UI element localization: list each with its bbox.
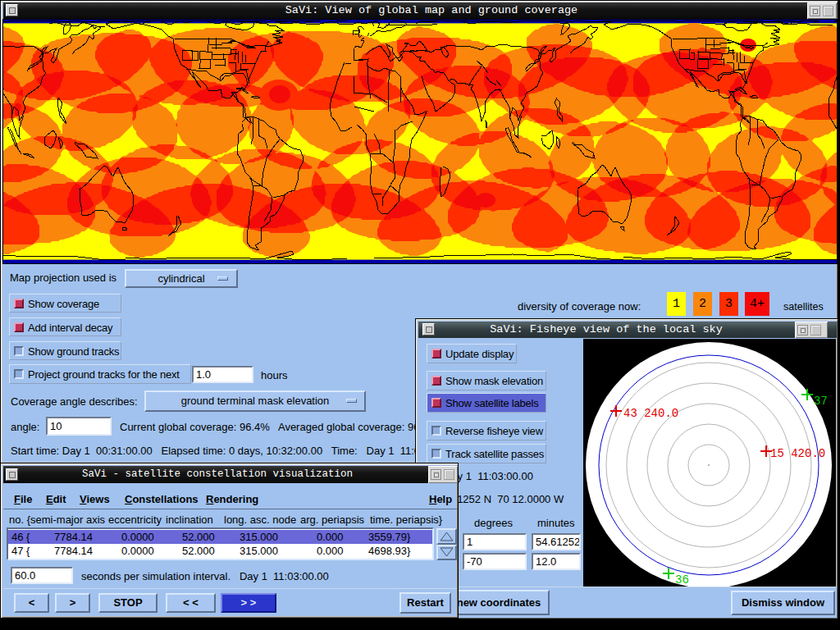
svg-text:15 420.0: 15 420.0 (770, 447, 825, 460)
svg-text:37: 37 (814, 395, 828, 408)
svg-text:43 240.0: 43 240.0 (623, 407, 678, 420)
svg-text:36: 36 (675, 573, 689, 587)
